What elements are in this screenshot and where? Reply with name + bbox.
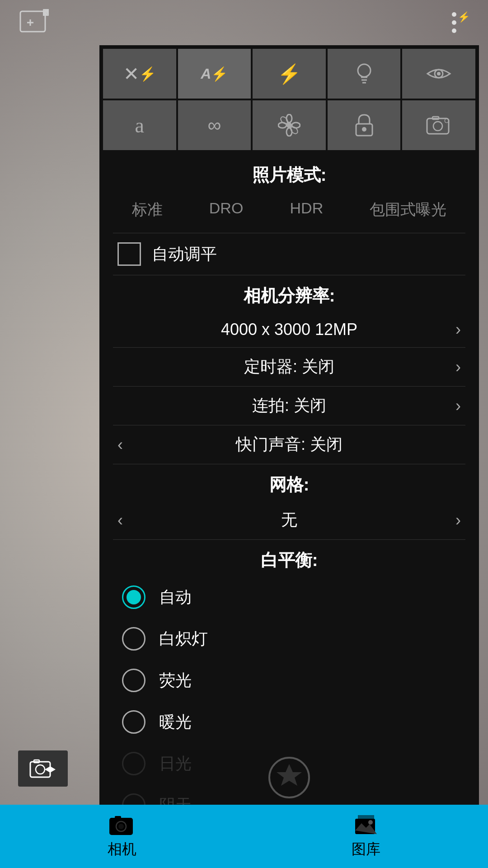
svg-rect-32 <box>129 820 133 822</box>
flash-auto-button[interactable]: A ⚡ <box>178 49 251 99</box>
photo-mode-title: 照片模式: <box>99 150 479 196</box>
wb-fluorescent-label: 荧光 <box>159 670 192 692</box>
lightbulb-button[interactable] <box>328 49 401 99</box>
mode-a-button[interactable]: a <box>103 100 176 150</box>
settings-panel: ✕ ⚡ A ⚡ ⚡ <box>99 45 479 805</box>
wb-incandescent-radio[interactable] <box>122 627 145 651</box>
wb-auto-row[interactable]: 自动 <box>99 576 479 618</box>
timer-value: 定时器: 关闭 <box>117 356 461 378</box>
resolution-arrow-right-icon: › <box>455 320 461 339</box>
auto-level-label: 自动调平 <box>152 243 217 265</box>
auto-level-checkbox[interactable] <box>117 242 141 266</box>
svg-rect-31 <box>115 816 121 819</box>
svg-text:C: C <box>444 117 449 124</box>
resolution-row[interactable]: 4000 x 3000 12MP › <box>99 312 479 347</box>
mode-bracket[interactable]: 包围式曝光 <box>362 196 454 224</box>
flash-on-icon: ⚡ <box>277 63 301 85</box>
three-dots-icon <box>452 12 456 33</box>
menu-dots-button[interactable]: ⚡ <box>438 7 470 38</box>
svg-point-34 <box>118 824 124 829</box>
flip-camera-icon <box>29 757 56 780</box>
lightbulb-icon <box>353 61 375 86</box>
wb-title: 白平衡: <box>99 540 479 576</box>
wb-warm-row[interactable]: 暖光 <box>99 701 479 743</box>
flash-on-button[interactable]: ⚡ <box>253 49 326 99</box>
bottom-nav-bar: 相机 图库 <box>0 805 488 868</box>
mode-hdr[interactable]: HDR <box>283 196 331 224</box>
burst-arrow-right-icon: › <box>455 396 461 415</box>
svg-point-26 <box>36 765 45 774</box>
gallery-tab-label: 图库 <box>352 840 380 859</box>
lock-button[interactable] <box>328 100 401 150</box>
camera-tab[interactable]: 相机 <box>0 813 244 859</box>
auto-level-row[interactable]: 自动调平 <box>99 233 479 275</box>
flash-off-icon: ✕ <box>123 63 139 85</box>
camera-c-button[interactable]: C <box>402 100 475 150</box>
svg-point-19 <box>362 127 366 132</box>
icon-grid-row2: a ∞ <box>99 99 479 150</box>
wb-warm-label: 暖光 <box>159 711 192 733</box>
eye-icon <box>425 65 452 83</box>
camera-tab-icon <box>108 813 136 837</box>
mode-standard[interactable]: 标准 <box>125 196 170 224</box>
svg-rect-0 <box>20 11 45 32</box>
shutter-sound-row[interactable]: ‹ 快门声音: 关闭 <box>99 425 479 464</box>
flash-auto-lightning-icon: ⚡ <box>211 66 228 82</box>
timer-arrow-right-icon: › <box>455 358 461 377</box>
svg-point-21 <box>433 122 442 131</box>
svg-point-5 <box>358 64 371 77</box>
lightning-badge-icon: ⚡ <box>458 11 470 23</box>
gallery-tab-icon <box>353 813 379 837</box>
wb-auto-label: 自动 <box>159 586 192 609</box>
flip-camera-button[interactable] <box>18 750 68 787</box>
macro-button[interactable] <box>253 100 326 150</box>
grid-arrow-left-icon[interactable]: ‹ <box>117 511 123 530</box>
photo-mode-options: 标准 DRO HDR 包围式曝光 <box>99 196 479 233</box>
resolution-title: 相机分辨率: <box>99 275 479 312</box>
wb-fluorescent-row[interactable]: 荧光 <box>99 660 479 701</box>
add-photo-button[interactable] <box>18 7 50 38</box>
svg-point-10 <box>437 72 441 75</box>
infinity-button[interactable]: ∞ <box>178 100 251 150</box>
macro-flower-icon <box>278 114 300 137</box>
flash-off-button[interactable]: ✕ ⚡ <box>103 49 176 99</box>
gallery-tab[interactable]: 图库 <box>244 813 488 859</box>
flash-symbol: ⚡ <box>139 66 156 82</box>
flash-auto-icon: A <box>201 66 211 82</box>
wb-auto-radio[interactable] <box>122 585 145 609</box>
svg-point-37 <box>368 820 373 825</box>
timer-row[interactable]: 定时器: 关闭 › <box>99 348 479 386</box>
letter-a-icon: a <box>135 113 144 137</box>
top-bar: ⚡ <box>0 0 488 45</box>
eye-button[interactable] <box>402 49 475 99</box>
infinity-icon: ∞ <box>207 114 221 136</box>
shutter-arrow-left-icon[interactable]: ‹ <box>117 435 123 454</box>
mode-dro[interactable]: DRO <box>202 196 251 224</box>
camera-c-icon: C <box>426 115 451 136</box>
lock-icon <box>354 113 374 137</box>
wb-fluorescent-radio[interactable] <box>122 669 145 692</box>
left-panel <box>18 750 68 787</box>
wb-warm-radio[interactable] <box>122 710 145 734</box>
shutter-sound-value: 快门声音: 关闭 <box>117 434 461 456</box>
camera-tab-label: 相机 <box>108 840 136 859</box>
wb-incandescent-label: 白炽灯 <box>159 628 208 650</box>
wb-incandescent-row[interactable]: 白炽灯 <box>99 618 479 660</box>
wb-auto-radio-inner <box>127 590 141 604</box>
burst-value: 连拍: 关闭 <box>117 395 461 417</box>
grid-value: 无 <box>117 509 461 531</box>
shutter-overlay <box>99 750 479 805</box>
shutter-icon <box>267 755 312 800</box>
grid-row[interactable]: ‹ 无 › <box>99 501 479 539</box>
grid-arrow-right-icon: › <box>455 511 461 530</box>
grid-title: 网格: <box>99 464 479 501</box>
resolution-value: 4000 x 3000 12MP <box>117 320 461 339</box>
burst-row[interactable]: 连拍: 关闭 › <box>99 387 479 425</box>
icon-grid-row1: ✕ ⚡ A ⚡ ⚡ <box>99 45 479 99</box>
